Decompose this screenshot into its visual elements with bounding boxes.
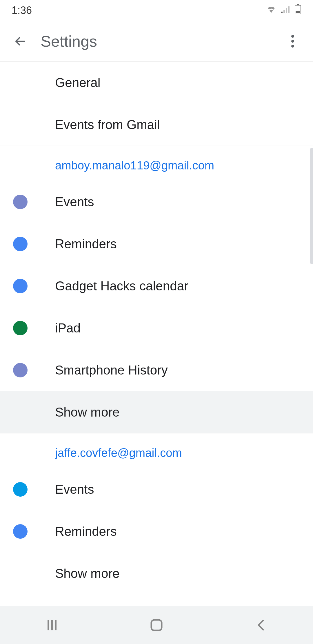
scroll-indicator[interactable] xyxy=(310,148,313,264)
app-bar: Settings xyxy=(0,21,313,61)
calendar-item-label: Reminders xyxy=(55,237,117,251)
show-more-label: Show more xyxy=(55,566,120,581)
calendar-color-dot xyxy=(13,195,28,209)
calendar-item-events[interactable]: Events xyxy=(0,181,313,223)
settings-item-events-from-gmail[interactable]: Events from Gmail xyxy=(0,104,313,146)
calendar-item-smartphone-history[interactable]: Smartphone History xyxy=(0,349,313,391)
svg-rect-0 xyxy=(281,12,283,13)
svg-point-9 xyxy=(291,45,294,48)
calendar-color-dot xyxy=(13,482,28,497)
nav-recents-button[interactable] xyxy=(38,616,67,634)
calendar-item-label: Gadget Hacks calendar xyxy=(55,279,188,293)
status-time: 1:36 xyxy=(12,4,32,17)
svg-rect-12 xyxy=(55,620,57,630)
system-nav-bar xyxy=(0,606,313,644)
svg-rect-10 xyxy=(48,620,49,630)
svg-rect-2 xyxy=(286,8,287,13)
calendar-color-dot xyxy=(13,524,28,539)
calendar-color-dot xyxy=(13,237,28,251)
calendar-item-ipad[interactable]: iPad xyxy=(0,307,313,349)
signal-icon xyxy=(281,4,291,17)
calendar-item-label: Smartphone History xyxy=(55,363,168,377)
show-more-button[interactable]: Show more xyxy=(0,391,313,433)
arrow-left-icon xyxy=(13,34,27,48)
svg-point-7 xyxy=(291,35,294,38)
page-title: Settings xyxy=(41,32,281,50)
svg-rect-11 xyxy=(51,620,53,630)
more-options-button[interactable] xyxy=(281,30,304,53)
show-more-button[interactable]: Show more xyxy=(0,552,313,594)
svg-rect-3 xyxy=(288,6,290,13)
settings-item-general[interactable]: General xyxy=(0,61,313,104)
svg-point-8 xyxy=(291,40,294,43)
calendar-item-reminders[interactable]: Reminders xyxy=(0,510,313,552)
calendar-color-dot xyxy=(13,279,28,293)
settings-item-label: General xyxy=(55,75,101,90)
battery-icon xyxy=(294,4,301,17)
calendar-color-dot xyxy=(13,321,28,335)
svg-rect-13 xyxy=(151,620,162,630)
calendar-item-reminders[interactable]: Reminders xyxy=(0,223,313,265)
back-button[interactable] xyxy=(9,30,32,53)
wifi-icon xyxy=(265,4,277,17)
settings-item-label: Events from Gmail xyxy=(55,117,160,132)
svg-rect-1 xyxy=(283,10,285,13)
home-icon xyxy=(150,619,163,632)
status-icons xyxy=(265,4,301,17)
recents-icon xyxy=(46,619,59,632)
back-icon xyxy=(256,619,265,632)
calendar-item-events[interactable]: Events xyxy=(0,468,313,510)
calendar-item-gadget-hacks[interactable]: Gadget Hacks calendar xyxy=(0,265,313,307)
nav-home-button[interactable] xyxy=(142,616,171,634)
status-bar: 1:36 xyxy=(0,0,313,21)
show-more-label: Show more xyxy=(55,405,120,419)
calendar-item-label: Reminders xyxy=(55,524,117,539)
calendar-item-label: Events xyxy=(55,482,94,497)
calendar-item-label: iPad xyxy=(55,321,81,335)
calendar-color-dot xyxy=(13,363,28,377)
svg-rect-6 xyxy=(296,11,300,13)
settings-list: General Events from Gmail amboy.manalo11… xyxy=(0,61,313,594)
more-vert-icon xyxy=(291,35,294,48)
account-header: jaffe.covfefe@gmail.com xyxy=(0,433,313,468)
calendar-item-label: Events xyxy=(55,195,94,209)
account-header: amboy.manalo119@gmail.com xyxy=(0,146,313,181)
nav-back-button[interactable] xyxy=(246,616,275,634)
